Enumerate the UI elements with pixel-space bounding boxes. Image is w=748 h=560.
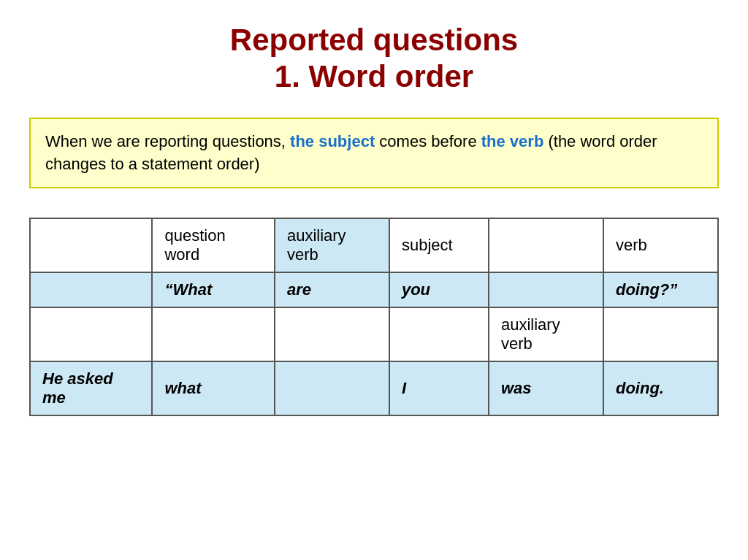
- header-col4: subject: [389, 218, 489, 272]
- direct-col2: “What: [152, 272, 274, 307]
- reported-col5: was: [489, 361, 603, 415]
- reported-col2: what: [152, 361, 274, 415]
- highlight-verb: the verb: [481, 132, 544, 150]
- middle-col5: auxiliary verb: [489, 307, 603, 361]
- reported-col6: doing.: [603, 361, 718, 415]
- reported-col4: I: [389, 361, 489, 415]
- table-direct-row: “What are you doing?”: [30, 272, 718, 307]
- word-order-table: question word auxiliary verb subject ver…: [29, 218, 719, 416]
- middle-col4: [389, 307, 489, 361]
- reported-col1: He asked me: [30, 361, 152, 415]
- highlight-subject: the subject: [290, 132, 375, 150]
- header-col6: verb: [603, 218, 718, 272]
- middle-col6: [603, 307, 718, 361]
- direct-col4: you: [389, 272, 489, 307]
- table-reported-row: He asked me what I was doing.: [30, 361, 718, 415]
- direct-col1: [30, 272, 152, 307]
- table-header-row: question word auxiliary verb subject ver…: [30, 218, 718, 272]
- table-middle-row: auxiliary verb: [30, 307, 718, 361]
- header-col5: [489, 218, 603, 272]
- header-col1: [30, 218, 152, 272]
- direct-col5: [489, 272, 603, 307]
- middle-col3: [275, 307, 389, 361]
- info-box: When we are reporting questions, the sub…: [29, 118, 719, 189]
- page-title: Reported questions 1. Word order: [230, 22, 518, 96]
- middle-col2: [152, 307, 274, 361]
- header-col3: auxiliary verb: [275, 218, 389, 272]
- direct-col3: are: [275, 272, 389, 307]
- header-col2: question word: [152, 218, 274, 272]
- direct-col6: doing?”: [603, 272, 718, 307]
- reported-col3: [275, 361, 389, 415]
- middle-col1: [30, 307, 152, 361]
